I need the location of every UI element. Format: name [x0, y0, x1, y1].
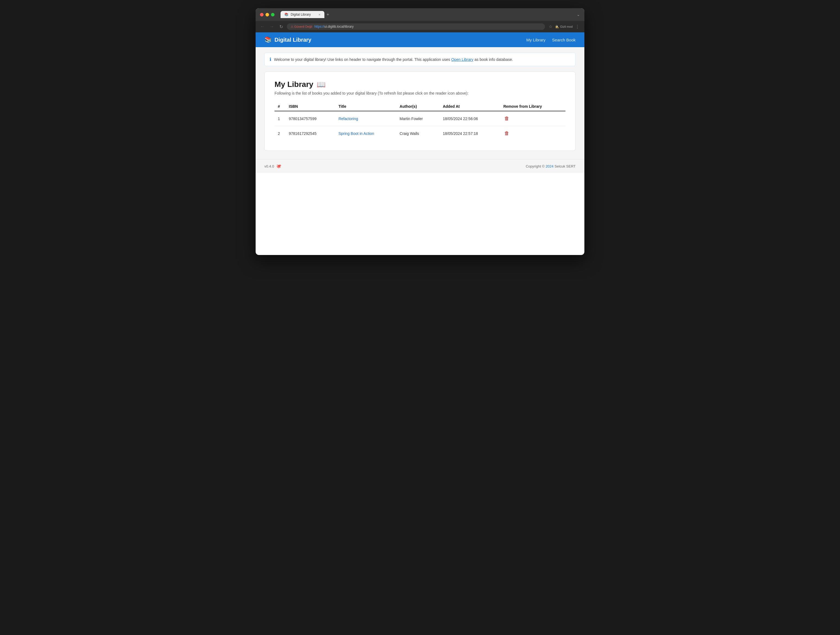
- bookmark-button[interactable]: ☆: [547, 23, 554, 30]
- incognito-icon: 🕵: [555, 25, 559, 29]
- col-number: #: [275, 102, 286, 111]
- page-title: My Library: [275, 80, 313, 89]
- close-button[interactable]: [260, 13, 264, 16]
- info-text-before: Welcome to your digital library! Use lin…: [274, 57, 451, 62]
- app-footer: v0.4.0 🐙 Copyright © 2024 Selcuk SERT: [256, 159, 584, 173]
- cell-authors: Martin Fowler: [396, 111, 440, 126]
- col-remove: Remove from Library: [500, 102, 565, 111]
- traffic-lights: [260, 13, 275, 16]
- browser-titlebar: 📚 Digital Library ✕ + ⌄: [256, 8, 584, 21]
- footer-version: v0.4.0 🐙: [264, 164, 281, 169]
- cell-remove: 🗑: [500, 111, 565, 126]
- reader-icon[interactable]: 📖: [317, 80, 325, 89]
- table-row: 2 9781617292545 Spring Boot in Action Cr…: [275, 126, 565, 141]
- nav-search-book[interactable]: Search Book: [552, 38, 576, 42]
- remove-book-button[interactable]: 🗑: [503, 115, 510, 123]
- refresh-button[interactable]: ↻: [278, 23, 285, 30]
- forward-button[interactable]: →: [268, 23, 275, 30]
- address-bar[interactable]: ⚠ Güvenli Değil https://ui.digilib.local…: [287, 23, 545, 30]
- remove-book-button[interactable]: 🗑: [503, 130, 510, 137]
- info-text-after: as book info database.: [474, 57, 513, 62]
- copyright-year: 2024: [545, 164, 553, 168]
- version-text: v0.4.0: [264, 164, 274, 168]
- info-icon: ℹ: [270, 57, 271, 62]
- new-tab-button[interactable]: +: [327, 12, 329, 17]
- incognito-label: Gizli mod: [560, 25, 573, 28]
- incognito-badge: 🕵 Gizli mod: [555, 25, 573, 29]
- open-library-link[interactable]: Open Library: [451, 57, 474, 62]
- app-logo: 📚 Digital Library: [264, 36, 311, 43]
- footer-copyright: Copyright © 2024 Selcuk SERT: [526, 164, 576, 168]
- back-button[interactable]: ←: [259, 23, 266, 30]
- tab-close-button[interactable]: ✕: [318, 13, 321, 16]
- cell-number: 1: [275, 111, 286, 126]
- page-title-row: My Library 📖: [275, 80, 565, 89]
- tab-title: Digital Library: [291, 13, 311, 16]
- info-banner: ℹ Welcome to your digital library! Use l…: [264, 53, 576, 66]
- security-icon: ⚠: [291, 25, 294, 29]
- subtitle: Following is the list of books you added…: [275, 91, 565, 95]
- browser-toolbar: ← → ↻ ⚠ Güvenli Değil https://ui.digilib…: [256, 21, 584, 32]
- info-text: Welcome to your digital library! Use lin…: [274, 57, 513, 62]
- tab-favicon: 📚: [284, 13, 289, 16]
- trash-icon: 🗑: [504, 116, 509, 121]
- cell-added-at: 18/05/2024 22:57:18: [439, 126, 500, 141]
- cell-title: Spring Boot in Action: [335, 126, 396, 141]
- toolbar-actions: ☆ 🕵 Gizli mod ⋮: [547, 23, 581, 30]
- security-badge: ⚠ Güvenli Değil: [291, 25, 312, 29]
- trash-icon: 🗑: [504, 130, 509, 136]
- url-https: https://: [314, 25, 324, 29]
- table-header: # ISBN Title Author(s) Added At Remove f…: [275, 102, 565, 111]
- cell-number: 2: [275, 126, 286, 141]
- col-title: Title: [335, 102, 396, 111]
- app-title: Digital Library: [275, 37, 311, 43]
- cell-isbn: 9780134757599: [286, 111, 335, 126]
- col-isbn: ISBN: [286, 102, 335, 111]
- active-tab[interactable]: 📚 Digital Library ✕: [281, 11, 324, 18]
- logo-icon: 📚: [264, 36, 272, 43]
- cell-title: Refactoring: [335, 111, 396, 126]
- url-display: https://ui.digilib.local/library: [314, 25, 354, 29]
- main-card: My Library 📖 Following is the list of bo…: [264, 71, 576, 151]
- col-authors: Author(s): [396, 102, 440, 111]
- book-title-link[interactable]: Refactoring: [338, 117, 358, 121]
- nav-my-library[interactable]: My Library: [526, 38, 545, 42]
- security-label: Güvenli Değil: [294, 25, 312, 28]
- copyright-author: Selcuk SERT: [553, 164, 576, 168]
- url-rest: ui.digilib.local/library: [324, 25, 354, 29]
- table-row: 1 9780134757599 Refactoring Martin Fowle…: [275, 111, 565, 126]
- cell-isbn: 9781617292545: [286, 126, 335, 141]
- browser-menu-button[interactable]: ⋮: [574, 23, 581, 30]
- app-content: 📚 Digital Library My Library Search Book…: [256, 32, 584, 173]
- library-table: # ISBN Title Author(s) Added At Remove f…: [275, 102, 565, 141]
- tab-overflow-button[interactable]: ⌄: [577, 12, 580, 17]
- tab-bar: 📚 Digital Library ✕ +: [281, 11, 574, 18]
- minimize-button[interactable]: [265, 13, 269, 16]
- header-row: # ISBN Title Author(s) Added At Remove f…: [275, 102, 565, 111]
- book-title-link[interactable]: Spring Boot in Action: [338, 131, 374, 136]
- cell-added-at: 18/05/2024 22:56:06: [439, 111, 500, 126]
- copyright-text: Copyright ©: [526, 164, 545, 168]
- col-added-at: Added At: [439, 102, 500, 111]
- browser-window: 📚 Digital Library ✕ + ⌄ ← → ↻ ⚠ Güvenli …: [256, 8, 584, 255]
- cell-authors: Craig Walls: [396, 126, 440, 141]
- app-nav: My Library Search Book: [526, 38, 576, 42]
- app-header: 📚 Digital Library My Library Search Book: [256, 32, 584, 47]
- maximize-button[interactable]: [271, 13, 275, 16]
- github-icon[interactable]: 🐙: [276, 164, 281, 169]
- cell-remove: 🗑: [500, 126, 565, 141]
- table-body: 1 9780134757599 Refactoring Martin Fowle…: [275, 111, 565, 141]
